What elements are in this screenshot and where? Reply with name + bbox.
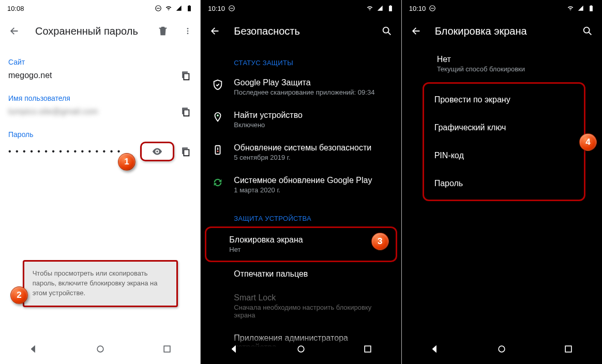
option-none[interactable]: Нет Текущий способ блокировки <box>427 46 602 82</box>
nav-recent-icon[interactable] <box>363 344 373 356</box>
nav-recent-icon[interactable] <box>563 344 574 356</box>
page-title: Безопасность <box>234 25 368 37</box>
cell-icon <box>175 5 183 12</box>
back-icon[interactable] <box>410 25 423 37</box>
cell-icon <box>577 5 584 12</box>
row-label: Найти устройство <box>234 111 393 120</box>
nav-home-icon[interactable] <box>95 344 106 356</box>
status-bar: 10:08 <box>0 0 200 17</box>
option-swipe[interactable]: Провести по экрану <box>424 86 584 114</box>
site-label: Сайт <box>8 58 192 66</box>
username-value: lumpico.site@gmail.com <box>8 107 98 116</box>
username-label: Имя пользователя <box>8 94 192 102</box>
lock-required-toast: Чтобы просмотреть или скопировать пароль… <box>23 260 178 307</box>
row-sub: Сначала необходимо настроить блокировку … <box>234 304 393 319</box>
option-pin[interactable]: PIN-код <box>424 142 584 170</box>
callout-2: 2 <box>10 286 28 304</box>
copy-site-icon[interactable] <box>179 69 192 82</box>
callout-1: 1 <box>118 153 136 171</box>
nav-recent-icon[interactable] <box>162 344 172 356</box>
option-sub: Текущий способ блокировки <box>437 65 592 73</box>
wifi-icon <box>567 5 574 12</box>
navigation-bar <box>0 336 200 364</box>
row-security-update[interactable]: Обновление системы безопасности 5 сентяб… <box>201 136 401 169</box>
copy-password-icon[interactable] <box>179 145 192 158</box>
row-sub: 5 сентября 2019 г. <box>234 154 393 161</box>
navigation-bar <box>402 336 602 364</box>
status-time: 10:08 <box>7 5 24 12</box>
row-fingerprints[interactable]: Отпечатки пальцев <box>201 262 401 286</box>
navigation-bar <box>201 336 401 364</box>
phone-lock-options: 10:10 Блокировка экрана Нет Текущий спос… <box>402 0 602 364</box>
wifi-icon <box>165 5 172 12</box>
dnd-icon <box>155 5 162 12</box>
nav-back-icon[interactable] <box>28 344 39 356</box>
app-bar: Блокировка экрана <box>402 17 602 46</box>
search-icon[interactable] <box>581 25 594 37</box>
row-play-system-update[interactable]: Системное обновление Google Play 1 марта… <box>201 169 401 201</box>
password-masked: • • • • • • • • • • • • • • • • <box>8 147 121 156</box>
delete-icon[interactable] <box>157 25 169 37</box>
status-time: 10:10 <box>409 5 426 12</box>
nav-home-icon[interactable] <box>296 344 306 356</box>
row-label: Smart Lock <box>234 293 393 302</box>
copy-username-icon[interactable] <box>179 105 192 118</box>
page-title: Блокировка экрана <box>435 25 569 37</box>
dnd-icon <box>429 5 436 12</box>
app-bar: Сохраненный пароль <box>0 17 200 46</box>
callout-3: 3 <box>371 233 389 250</box>
search-icon[interactable] <box>381 25 393 37</box>
row-label: Блокировка экрана <box>229 235 387 245</box>
nav-home-icon[interactable] <box>496 344 507 356</box>
back-icon[interactable] <box>209 25 221 37</box>
nav-back-icon[interactable] <box>430 344 440 356</box>
row-label: Отпечатки пальцев <box>234 269 393 279</box>
battery-icon <box>588 5 595 12</box>
section-device: ЗАЩИТА УСТРОЙСТВА <box>201 201 401 226</box>
row-find-device[interactable]: Найти устройство Включено <box>201 103 401 136</box>
battery-icon <box>387 5 394 12</box>
page-title: Сохраненный пароль <box>35 25 142 37</box>
site-value: megogo.net <box>8 71 52 80</box>
status-bar: 10:10 <box>201 0 401 17</box>
dnd-icon <box>228 5 235 12</box>
status-time: 10:10 <box>208 5 225 12</box>
phone-security-settings: 10:10 Безопасность СТАТУС ЗАЩИТЫ Google … <box>201 0 401 364</box>
nav-back-icon[interactable] <box>229 344 239 356</box>
row-label: Системное обновление Google Play <box>234 176 393 185</box>
battery-icon <box>186 5 193 12</box>
status-bar: 10:10 <box>402 0 602 17</box>
row-sub: Последнее сканирование приложений: 09:34 <box>234 88 393 96</box>
row-play-protect[interactable]: Google Play Защита Последнее сканировани… <box>201 71 401 103</box>
row-label: Обновление системы безопасности <box>234 143 393 153</box>
cell-icon <box>377 5 384 12</box>
callout-4: 4 <box>579 133 597 151</box>
app-bar: Безопасность <box>201 17 401 46</box>
section-status: СТАТУС ЗАЩИТЫ <box>201 46 401 71</box>
more-icon[interactable] <box>184 25 192 37</box>
wifi-icon <box>366 5 373 12</box>
row-smart-lock: Smart Lock Сначала необходимо настроить … <box>201 286 401 326</box>
back-icon[interactable] <box>8 25 21 37</box>
option-password[interactable]: Пароль <box>424 170 584 198</box>
option-label: Нет <box>437 55 592 64</box>
row-sub: 1 марта 2020 г. <box>234 186 393 194</box>
row-sub: Нет <box>229 246 387 253</box>
password-label: Пароль <box>8 130 192 139</box>
row-screen-lock[interactable]: Блокировка экрана Нет <box>206 228 395 261</box>
row-sub: Включено <box>234 121 393 129</box>
phone-saved-password: 10:08 Сохраненный пароль Сайт megogo.net… <box>0 0 201 364</box>
option-pattern[interactable]: Графический ключ <box>424 114 584 142</box>
reveal-password-icon[interactable] <box>151 145 163 158</box>
row-label: Google Play Защита <box>234 78 393 87</box>
